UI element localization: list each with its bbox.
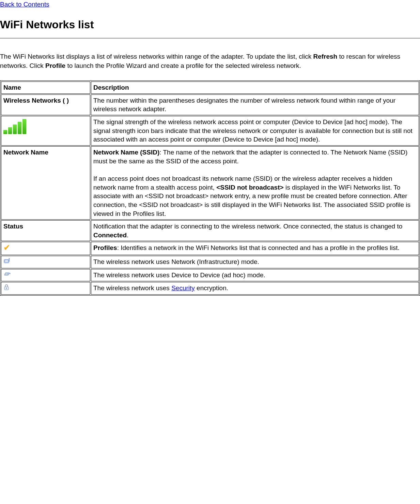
svg-rect-4 — [5, 273, 8, 275]
lock-icon — [3, 284, 10, 291]
signal-strength-icon — [3, 118, 26, 134]
infrastructure-mode-icon — [3, 257, 11, 264]
table-header-row: Name Description — [1, 81, 419, 94]
table-row: The wireless network uses Security encry… — [1, 282, 419, 295]
divider — [0, 38, 420, 39]
row-desc: The wireless network uses Device to Devi… — [91, 269, 419, 282]
desc-text: The wireless network uses — [93, 284, 171, 292]
table-row: The signal strength of the wireless netw… — [1, 116, 419, 146]
table-row: Profiles: Identifies a network in the Wi… — [1, 242, 419, 255]
desc-bold: Profiles — [93, 244, 117, 251]
header-name: Name — [1, 81, 90, 94]
desc-bold: Network Name (SSID) — [93, 149, 159, 156]
desc-text: . — [127, 232, 128, 239]
table-row: The wireless network uses Network (Infra… — [1, 256, 419, 268]
header-description: Description — [91, 81, 419, 94]
row-name: Status — [1, 220, 90, 241]
svg-rect-7 — [6, 288, 6, 289]
table-row: Wireless Networks ( ) The number within … — [1, 94, 419, 115]
desc-bold: <SSID not broadcast> — [216, 184, 283, 191]
row-desc: The signal strength of the wireless netw… — [91, 116, 419, 146]
desc-text: Notification that the adapter is connect… — [93, 223, 402, 230]
desc-text: : Identifies a network in the WiFi Netwo… — [117, 244, 400, 251]
row-desc: The wireless network uses Network (Infra… — [91, 256, 419, 268]
row-icon-cell — [1, 242, 90, 255]
definitions-table: Name Description Wireless Networks ( ) T… — [0, 80, 420, 296]
desc-text: encryption. — [195, 284, 228, 292]
row-icon-cell — [1, 269, 90, 282]
svg-point-3 — [9, 258, 10, 259]
intro-paragraph: The WiFi Networks list displays a list o… — [0, 52, 420, 70]
row-name: Network Name — [1, 146, 90, 220]
intro-text: to launch the Profile Wizard and create … — [65, 62, 301, 69]
row-desc: The number within the parentheses design… — [91, 94, 419, 115]
table-row: Status Notification that the adapter is … — [1, 220, 419, 241]
table-row: Network Name Network Name (SSID): The na… — [1, 146, 419, 220]
desc-bold: Connected — [93, 232, 127, 239]
security-link[interactable]: Security — [171, 284, 195, 292]
row-desc: Network Name (SSID): The name of the net… — [91, 146, 419, 220]
row-icon-cell — [1, 116, 90, 146]
row-name: Wireless Networks ( ) — [1, 94, 90, 115]
row-desc: Notification that the adapter is connect… — [91, 220, 419, 241]
profile-bold: Profile — [45, 62, 65, 69]
row-icon-cell — [1, 282, 90, 295]
intro-text: The WiFi Networks list displays a list o… — [0, 53, 313, 60]
table-row: The wireless network uses Device to Devi… — [1, 269, 419, 282]
adhoc-mode-icon — [3, 271, 12, 278]
page-title: WiFi Networks list — [0, 18, 420, 31]
row-icon-cell — [1, 256, 90, 268]
row-desc: The wireless network uses Security encry… — [91, 282, 419, 295]
svg-rect-1 — [5, 260, 8, 262]
profile-check-icon — [3, 243, 12, 251]
row-desc: Profiles: Identifies a network in the Wi… — [91, 242, 419, 255]
back-to-contents-link[interactable]: Back to Contents — [0, 1, 49, 8]
refresh-bold: Refresh — [313, 53, 337, 60]
